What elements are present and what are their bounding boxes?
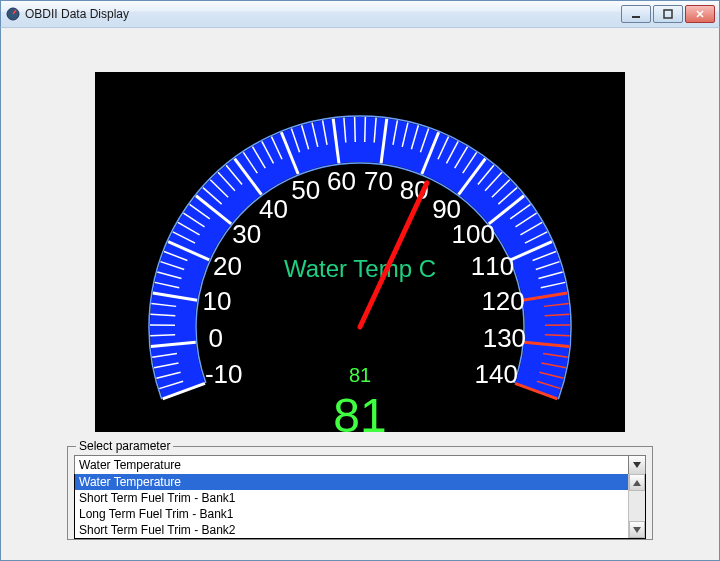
svg-text:-10: -10 <box>205 359 243 389</box>
parameter-combo[interactable]: Water Temperature <box>74 455 646 475</box>
dropdown-item[interactable]: Short Term Fuel Trim - Bank1 <box>75 490 645 506</box>
svg-text:100: 100 <box>452 219 495 249</box>
parameter-group: Select parameter Water Temperature Water… <box>67 446 653 540</box>
svg-rect-2 <box>664 10 672 18</box>
gauge-panel: -100102030405060708090100110120130140Wat… <box>95 72 625 432</box>
svg-rect-1 <box>632 16 640 18</box>
parameter-group-label: Select parameter <box>76 439 173 453</box>
window-title: OBDII Data Display <box>25 7 621 21</box>
svg-line-9 <box>150 335 175 336</box>
svg-text:130: 130 <box>483 323 526 353</box>
svg-text:20: 20 <box>213 251 242 281</box>
dropdown-item[interactable]: Short Term Fuel Trim - Bank2 <box>75 522 645 538</box>
app-icon <box>5 6 21 22</box>
svg-text:60: 60 <box>327 166 356 196</box>
maximize-button[interactable] <box>653 5 683 23</box>
titlebar: OBDII Data Display <box>0 0 720 28</box>
gauge: -100102030405060708090100110120130140Wat… <box>95 72 625 432</box>
svg-text:81: 81 <box>349 364 371 386</box>
close-button[interactable] <box>685 5 715 23</box>
svg-line-40 <box>355 117 356 142</box>
scroll-track[interactable] <box>629 491 645 521</box>
parameter-dropdown[interactable]: Water TemperatureShort Term Fuel Trim - … <box>74 474 646 539</box>
svg-text:140: 140 <box>475 359 518 389</box>
client-area: -100102030405060708090100110120130140Wat… <box>0 28 720 561</box>
parameter-combo-value: Water Temperature <box>79 458 181 472</box>
window-buttons <box>621 5 715 23</box>
svg-text:50: 50 <box>291 175 320 205</box>
dropdown-toggle-icon <box>628 456 645 474</box>
svg-text:70: 70 <box>364 166 393 196</box>
dropdown-item[interactable]: Long Term Fuel Trim - Bank1 <box>75 506 645 522</box>
scroll-down-button[interactable] <box>629 521 645 538</box>
scroll-up-button[interactable] <box>629 474 645 491</box>
svg-text:110: 110 <box>471 251 514 281</box>
svg-text:0: 0 <box>208 323 222 353</box>
svg-text:40: 40 <box>259 194 288 224</box>
svg-line-41 <box>365 117 366 142</box>
dropdown-scrollbar[interactable] <box>628 474 645 538</box>
svg-line-72 <box>545 335 570 336</box>
svg-text:Water Temp C: Water Temp C <box>284 255 436 282</box>
svg-text:81: 81 <box>333 389 386 432</box>
svg-text:10: 10 <box>202 286 231 316</box>
dropdown-item[interactable]: Water Temperature <box>75 474 645 490</box>
minimize-button[interactable] <box>621 5 651 23</box>
svg-text:120: 120 <box>481 286 524 316</box>
svg-text:30: 30 <box>232 219 261 249</box>
